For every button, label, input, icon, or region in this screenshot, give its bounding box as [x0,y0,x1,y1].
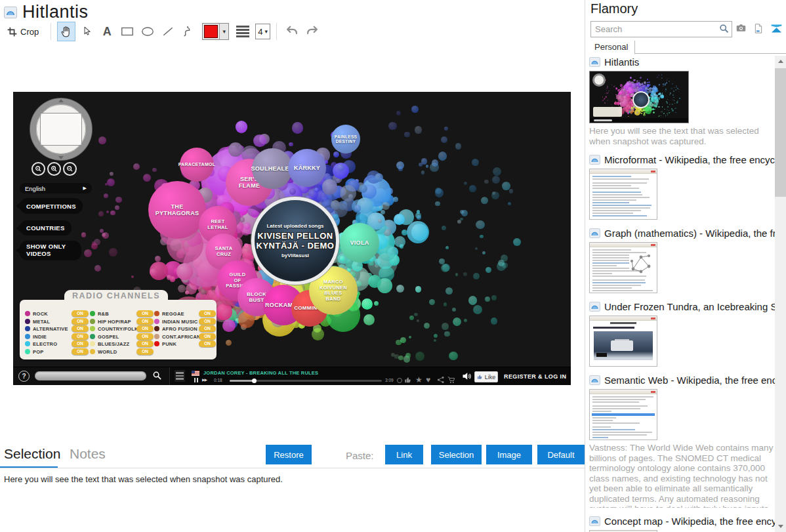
bubble [651,97,653,100]
bubble [633,106,635,108]
legend-channel-row: AFRO FUSIONON [154,326,215,332]
bubble [667,79,668,81]
line-tool-button[interactable] [159,22,177,41]
scroll-down-button[interactable] [775,521,786,532]
screenshot-button[interactable] [735,22,747,35]
page-text-line [592,405,648,407]
language-menu: English ▶ [20,183,92,194]
mini-minimap [592,73,606,87]
bubble [104,194,108,198]
text-icon: A [103,25,112,39]
redo-button[interactable] [303,22,321,41]
paste-image-button[interactable]: Image [486,445,532,464]
bubble [671,88,672,89]
pan-tool-button[interactable] [57,22,75,41]
like-label: Like [485,374,496,380]
page-text-line [592,260,629,261]
menu-countries: COUNTRIES [20,220,72,235]
list-item[interactable]: Concept map - Wikipedia, the free encycl… [589,515,775,532]
scrollbar[interactable] [775,56,786,532]
bubble [398,356,403,361]
search-input[interactable] [594,22,714,36]
tab-personal[interactable]: Personal [588,41,635,54]
bubble [292,122,304,134]
zoom-in-button [47,162,61,176]
channel-name: ELECTRO [33,341,57,347]
list-item[interactable]: Under Frozen Tundra, an Icebreaking Ship… [589,300,775,367]
artist-bubble-label: REET LETHAL [207,219,228,230]
text-tool-button[interactable]: A [98,22,116,41]
pen-tool-button[interactable] [179,22,197,41]
paste-link-button[interactable]: Link [385,445,423,464]
crop-button[interactable]: Crop [5,22,41,41]
color-picker[interactable]: ▾ [202,23,229,40]
track-title: JORDAN COREY - BREAKING ALL THE RULES [203,370,318,376]
bubble [509,189,514,194]
page-thumbnail [589,169,657,220]
star-icon: ★ [415,375,423,384]
bubble [444,127,448,131]
scroll-up-button[interactable] [775,56,786,67]
bubble [444,302,447,306]
page-text-line [592,429,635,430]
undo-button[interactable] [283,22,301,41]
thickness-button[interactable] [234,22,252,41]
list-item[interactable]: Graph (mathematics) - Wikipedia, the fre… [589,227,775,293]
page-title: Hitlantis [22,2,89,22]
channel-color-dot [154,341,159,346]
scroll-thumb[interactable] [775,68,786,197]
snapshot-title: Graph (mathematics) - Wikipedia, the fre… [604,228,775,239]
list-item[interactable]: Semantic Web - Wikipedia, the free encyc… [589,374,775,508]
bubble [414,313,418,317]
ellipse-tool-button[interactable] [138,22,157,41]
color-caret-icon[interactable]: ▾ [219,24,228,39]
us-flag-icon [192,371,199,376]
bubble [493,167,501,176]
search-box[interactable] [590,21,732,37]
rectangle-icon [120,24,134,39]
fast-forward-icon: ▶▶ [202,377,207,382]
bubble [602,100,604,101]
bubble [84,249,92,257]
channel-on-badge: ON [72,340,89,347]
page-text-line [592,426,611,428]
bubble [421,158,427,164]
bubble [473,305,482,314]
snapshot-canvas[interactable]: PARACETAMOLSER'S FLAMESOULHEALERKÄRKKYPA… [13,92,571,385]
bubble [654,109,655,110]
report-button[interactable] [753,22,764,37]
bubble [667,78,668,79]
bubble [409,316,414,320]
bubble [442,323,449,330]
restore-button[interactable]: Restore [266,445,312,464]
channel-on-badge: ON [199,340,216,347]
minimap-viewport [40,113,82,146]
search-icon[interactable] [718,23,730,34]
stroke-width-select[interactable]: 4 ▾ [255,24,270,39]
highlighted-line [592,413,655,416]
bubble [415,126,423,134]
legend-channel-row: METALON [25,319,85,325]
bubble [445,287,453,295]
mini-disc [632,91,650,108]
bubble [400,337,406,343]
page-text-line [592,192,641,193]
bubble [639,81,640,81]
snapshot-title: Concept map - Wikipedia, the free encycl… [604,516,775,527]
paste-default-button[interactable]: Default [537,445,585,464]
list-item[interactable]: Microformat - Wikipedia, the free encycl… [589,153,775,220]
bubble [363,314,375,325]
tab-notes[interactable]: Notes [70,446,106,462]
rectangle-tool-button[interactable] [118,22,136,41]
bubble [340,185,356,201]
list-item[interactable]: HitlantisHere you will see the text that… [589,56,775,146]
bubble [513,238,522,247]
flamory-logo-button[interactable] [770,22,783,37]
cart-icon [447,376,456,384]
flamory-logo-icon [770,22,783,35]
pointer-tool-button[interactable] [77,22,96,41]
tab-selection[interactable]: Selection [4,446,60,462]
paste-selection-button[interactable]: Selection [431,445,482,464]
bubble [475,247,478,250]
page-text-line [592,178,649,180]
